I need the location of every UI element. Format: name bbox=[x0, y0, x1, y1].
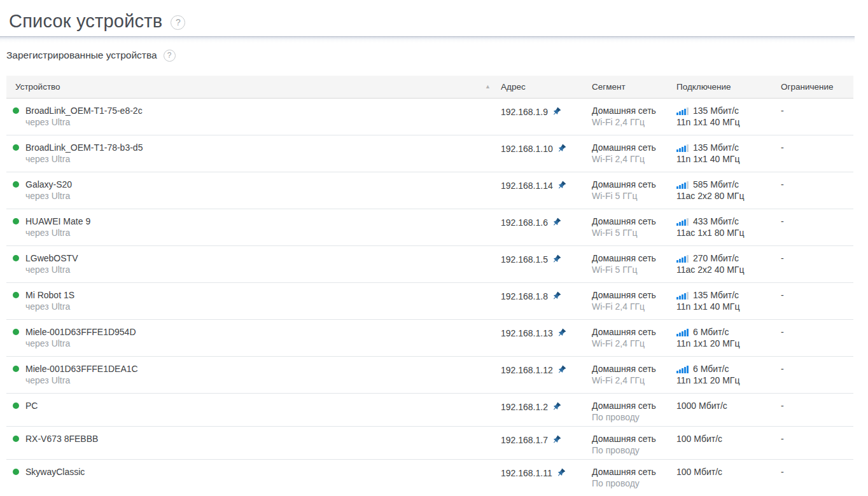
table-row[interactable]: HUAWEI Mate 9 через Ultra 192.168.1.6 До… bbox=[6, 209, 853, 245]
link-speed: 100 Мбит/с bbox=[676, 433, 722, 444]
link-mode: 11n 1x1 40 МГц bbox=[676, 153, 774, 165]
segment-type-label: По проводу bbox=[592, 411, 670, 423]
device-name[interactable]: SkywayClassic bbox=[25, 466, 85, 478]
table-row[interactable]: RX-V673 8FEBBB 192.168.1.7 Домашняя сеть… bbox=[6, 426, 853, 459]
pin-icon[interactable] bbox=[552, 107, 561, 116]
signal-bars-icon bbox=[676, 218, 689, 226]
signal-bars-icon bbox=[676, 144, 689, 152]
device-name[interactable]: RX-V673 8FEBBB bbox=[25, 433, 98, 444]
ip-address: 192.168.1.14 bbox=[501, 180, 553, 191]
segment-type-label: Wi-Fi 2,4 ГГц bbox=[592, 153, 670, 165]
restriction-value: - bbox=[774, 209, 853, 245]
device-name[interactable]: LGwebOSTV bbox=[25, 252, 78, 264]
status-online-dot bbox=[13, 469, 19, 475]
table-row[interactable]: Mi Robot 1S через Ultra 192.168.1.8 Дома… bbox=[6, 282, 853, 319]
ip-address: 192.168.1.11 bbox=[501, 467, 552, 479]
segment-type-label: Wi-Fi 2,4 ГГц bbox=[592, 375, 670, 386]
pin-icon[interactable] bbox=[552, 291, 561, 301]
device-via-label: через Ultra bbox=[25, 301, 74, 312]
pin-icon[interactable] bbox=[552, 217, 561, 227]
link-speed: 433 Мбит/с bbox=[693, 216, 739, 227]
segment-type-label: Wi-Fi 2,4 ГГц bbox=[592, 301, 670, 312]
ip-address: 192.168.1.5 bbox=[501, 254, 548, 265]
pin-icon[interactable] bbox=[557, 328, 566, 338]
device-name[interactable]: BroadLink_OEM-T1-75-e8-2c bbox=[25, 105, 143, 116]
help-icon[interactable]: ? bbox=[164, 50, 176, 62]
device-table: Устройство ▲ Адрес Сегмент Подключение О… bbox=[6, 76, 853, 492]
ip-address: 192.168.1.9 bbox=[501, 106, 548, 118]
segment-name: Домашняя сеть bbox=[592, 179, 670, 190]
segment-name: Домашняя сеть bbox=[592, 363, 670, 375]
status-online-dot bbox=[13, 107, 19, 114]
restriction-value: - bbox=[774, 356, 853, 393]
signal-bars-icon bbox=[676, 292, 689, 300]
pin-icon[interactable] bbox=[552, 254, 561, 264]
restriction-value: - bbox=[774, 172, 853, 209]
ip-address: 192.168.1.7 bbox=[501, 434, 548, 446]
signal-bars-icon bbox=[676, 366, 689, 373]
segment-type-label: Wi-Fi 2,4 ГГц bbox=[592, 338, 670, 349]
table-row[interactable]: SkywayClassic 192.168.1.11 Домашняя сеть… bbox=[6, 459, 853, 492]
restriction-value: - bbox=[774, 245, 853, 282]
table-row[interactable]: LGwebOSTV через Ultra 192.168.1.5 Домашн… bbox=[6, 245, 853, 282]
pin-icon[interactable] bbox=[557, 181, 566, 190]
segment-name: Домашняя сеть bbox=[592, 216, 670, 227]
restriction-value: - bbox=[774, 459, 853, 492]
link-mode: 11n 1x1 40 МГц bbox=[676, 116, 774, 128]
restriction-value: - bbox=[774, 98, 853, 135]
status-online-dot bbox=[13, 218, 19, 224]
ip-address: 192.168.1.13 bbox=[501, 327, 553, 339]
help-icon[interactable]: ? bbox=[171, 15, 185, 30]
device-name[interactable]: HUAWEI Mate 9 bbox=[25, 216, 90, 227]
ip-address: 192.168.1.10 bbox=[501, 143, 553, 155]
column-header-restriction[interactable]: Ограничение bbox=[774, 76, 853, 98]
device-name[interactable]: Galaxy-S20 bbox=[25, 179, 72, 190]
pin-icon[interactable] bbox=[557, 144, 566, 153]
signal-bars-icon bbox=[676, 107, 689, 115]
column-header-segment[interactable]: Сегмент bbox=[585, 76, 670, 98]
segment-name: Домашняя сеть bbox=[592, 466, 670, 478]
segment-name: Домашняя сеть bbox=[592, 142, 670, 153]
table-row[interactable]: PC 192.168.1.2 Домашняя сеть По проводу bbox=[6, 393, 853, 426]
device-via-label: через Ultra bbox=[25, 375, 138, 386]
ip-address: 192.168.1.8 bbox=[501, 291, 548, 302]
status-online-dot bbox=[13, 436, 19, 442]
page-title: Список устройств bbox=[9, 11, 162, 32]
device-name[interactable]: Mi Robot 1S bbox=[25, 289, 74, 301]
column-header-address[interactable]: Адрес bbox=[494, 76, 585, 98]
restriction-value: - bbox=[774, 282, 853, 319]
pin-icon[interactable] bbox=[552, 402, 561, 411]
segment-name: Домашняя сеть bbox=[592, 400, 670, 411]
link-speed: 585 Мбит/с bbox=[693, 179, 739, 190]
link-speed: 135 Мбит/с bbox=[693, 142, 739, 153]
link-speed: 270 Мбит/с bbox=[693, 252, 739, 264]
link-speed: 1000 Мбит/с bbox=[676, 400, 727, 411]
signal-bars-icon bbox=[676, 181, 689, 189]
segment-type-label: По проводу bbox=[592, 478, 670, 489]
device-name[interactable]: BroadLink_OEM-T1-78-b3-d5 bbox=[25, 142, 143, 153]
restriction-value: - bbox=[774, 135, 853, 172]
segment-type-label: Wi-Fi 5 ГГц bbox=[592, 227, 670, 238]
table-row[interactable]: BroadLink_OEM-T1-75-e8-2c через Ultra 19… bbox=[6, 98, 853, 135]
device-via-label: через Ultra bbox=[25, 338, 136, 349]
pin-icon[interactable] bbox=[556, 468, 566, 478]
device-name[interactable]: Miele-001D63FFFE1D954D bbox=[25, 326, 136, 338]
segment-type-label: По проводу bbox=[592, 444, 670, 456]
segment-type-label: Wi-Fi 5 ГГц bbox=[592, 264, 670, 275]
table-row[interactable]: Galaxy-S20 через Ultra 192.168.1.14 Дома… bbox=[6, 172, 853, 209]
status-online-dot bbox=[13, 329, 19, 335]
device-name[interactable]: Miele-001D63FFFE1DEA1C bbox=[25, 363, 138, 375]
device-name[interactable]: PC bbox=[25, 400, 38, 411]
pin-icon[interactable] bbox=[552, 435, 561, 444]
segment-name: Домашняя сеть bbox=[592, 252, 670, 264]
status-online-dot bbox=[13, 255, 19, 261]
table-row[interactable]: Miele-001D63FFFE1D954D через Ultra 192.1… bbox=[6, 319, 853, 356]
column-header-device[interactable]: Устройство ▲ bbox=[6, 76, 494, 98]
table-row[interactable]: Miele-001D63FFFE1DEA1C через Ultra 192.1… bbox=[6, 356, 853, 393]
column-header-connection[interactable]: Подключение bbox=[670, 76, 774, 98]
pin-icon[interactable] bbox=[557, 365, 566, 375]
table-row[interactable]: BroadLink_OEM-T1-78-b3-d5 через Ultra 19… bbox=[6, 135, 853, 172]
signal-bars-icon bbox=[676, 329, 689, 336]
section-title: Зарегистрированные устройства bbox=[6, 50, 157, 61]
link-speed: 135 Мбит/с bbox=[693, 105, 739, 116]
